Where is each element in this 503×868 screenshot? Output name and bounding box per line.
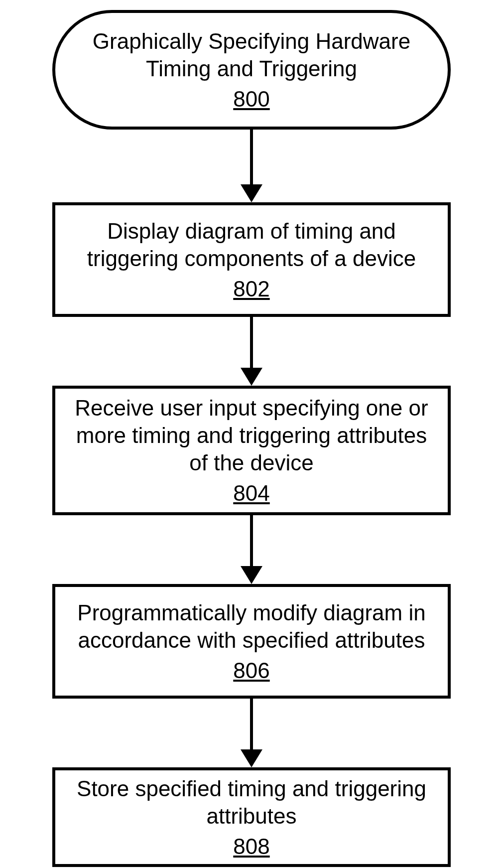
arrow-3-line	[250, 515, 253, 566]
arrow-2-line	[250, 317, 253, 368]
arrow-4-line	[250, 699, 253, 749]
arrow-1-head	[241, 184, 262, 202]
flow-step-804-text: Receive user input specifying one or mor…	[70, 394, 433, 476]
flow-start-text: Graphically Specifying Hardware Timing a…	[70, 27, 433, 82]
flow-step-806-text: Programmatically modify diagram in accor…	[70, 599, 433, 654]
flow-step-802: Display diagram of timing and triggering…	[52, 202, 451, 317]
arrow-4-head	[241, 749, 262, 767]
flow-step-808-ref: 808	[233, 833, 269, 860]
flow-step-806-ref: 806	[233, 657, 269, 684]
flowchart-canvas: Graphically Specifying Hardware Timing a…	[0, 0, 503, 868]
arrow-2-head	[241, 368, 262, 386]
flow-step-804-ref: 804	[233, 479, 269, 507]
flow-step-802-text: Display diagram of timing and triggering…	[70, 217, 433, 272]
flow-step-808: Store specified timing and triggering at…	[52, 767, 451, 867]
flow-step-804: Receive user input specifying one or mor…	[52, 386, 451, 515]
flow-start-node: Graphically Specifying Hardware Timing a…	[52, 10, 451, 130]
arrow-1-line	[250, 130, 253, 184]
flow-step-806: Programmatically modify diagram in accor…	[52, 584, 451, 699]
flow-step-802-ref: 802	[233, 275, 269, 302]
flow-step-808-text: Store specified timing and triggering at…	[70, 775, 433, 830]
arrow-3-head	[241, 566, 262, 584]
flow-start-ref: 800	[233, 85, 269, 113]
